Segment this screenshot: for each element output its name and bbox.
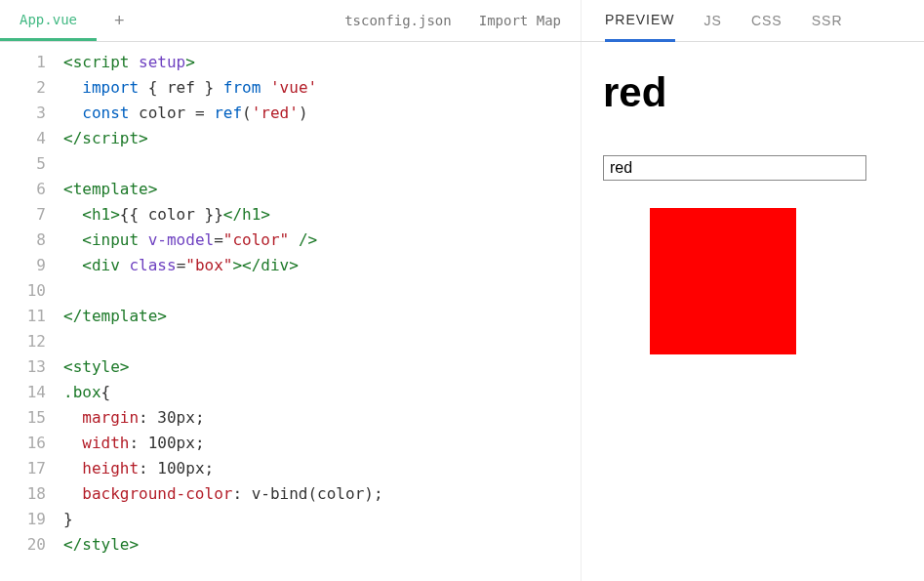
code-line [63, 278, 581, 304]
link-tsconfig[interactable]: tsconfig.json [344, 13, 452, 28]
code-line: <style> [63, 354, 581, 380]
code-line: margin: 30px; [63, 405, 581, 431]
color-input[interactable] [603, 155, 866, 181]
line-num: 9 [0, 253, 63, 278]
code-line: <template> [63, 177, 581, 202]
line-gutter: 1 2 3 4 5 6 7 8 9 10 11 12 13 14 15 16 1… [0, 42, 63, 581]
line-num: 2 [0, 75, 63, 101]
line-num: 12 [0, 329, 63, 354]
line-num: 13 [0, 354, 63, 380]
preview-heading: red [603, 69, 903, 116]
color-box [650, 208, 796, 354]
line-num: 4 [0, 126, 63, 151]
line-num: 15 [0, 405, 63, 431]
code-line: </script> [63, 126, 581, 151]
tab-js[interactable]: JS [704, 13, 722, 28]
tab-ssr[interactable]: SSR [812, 13, 843, 28]
code-line: <div class="box"></div> [63, 253, 581, 278]
line-num: 3 [0, 101, 63, 126]
link-import-map[interactable]: Import Map [479, 13, 561, 28]
code-line: import { ref } from 'vue' [63, 75, 581, 101]
code-line: width: 100px; [63, 431, 581, 456]
code-line: <script setup> [63, 50, 581, 75]
line-num: 14 [0, 380, 63, 405]
line-num: 10 [0, 278, 63, 304]
top-bar: App.vue + tsconfig.json Import Map PREVI… [0, 0, 924, 42]
code-line: background-color: v-bind(color); [63, 481, 581, 507]
line-num: 19 [0, 507, 63, 532]
code-line [63, 329, 581, 354]
line-num: 16 [0, 431, 63, 456]
code-line: </style> [63, 532, 581, 558]
header-links: tsconfig.json Import Map [344, 13, 561, 28]
code-line [63, 151, 581, 177]
line-num: 8 [0, 228, 63, 253]
output-tabs: PREVIEW JS CSS SSR [582, 0, 843, 41]
content: 1 2 3 4 5 6 7 8 9 10 11 12 13 14 15 16 1… [0, 42, 924, 581]
add-tab-button[interactable]: + [97, 11, 142, 31]
line-num: 20 [0, 532, 63, 558]
code-editor[interactable]: 1 2 3 4 5 6 7 8 9 10 11 12 13 14 15 16 1… [0, 42, 582, 581]
code-line: .box{ [63, 380, 581, 405]
line-num: 6 [0, 177, 63, 202]
line-num: 1 [0, 50, 63, 75]
code-line: <input v-model="color" /> [63, 228, 581, 253]
line-num: 5 [0, 151, 63, 177]
code-line: height: 100px; [63, 456, 581, 481]
preview-pane: red [582, 42, 924, 581]
tab-preview[interactable]: PREVIEW [605, 0, 675, 42]
line-num: 18 [0, 481, 63, 507]
line-num: 17 [0, 456, 63, 481]
tab-app-vue[interactable]: App.vue [0, 0, 97, 41]
code-line: <h1>{{ color }}</h1> [63, 202, 581, 228]
code-line: </template> [63, 304, 581, 329]
line-num: 11 [0, 304, 63, 329]
tab-css[interactable]: CSS [751, 13, 783, 28]
code-line: } [63, 507, 581, 532]
editor-tabs: App.vue + tsconfig.json Import Map [0, 0, 582, 41]
code-line: const color = ref('red') [63, 101, 581, 126]
code-body[interactable]: <script setup> import { ref } from 'vue'… [63, 42, 581, 581]
line-num: 7 [0, 202, 63, 228]
